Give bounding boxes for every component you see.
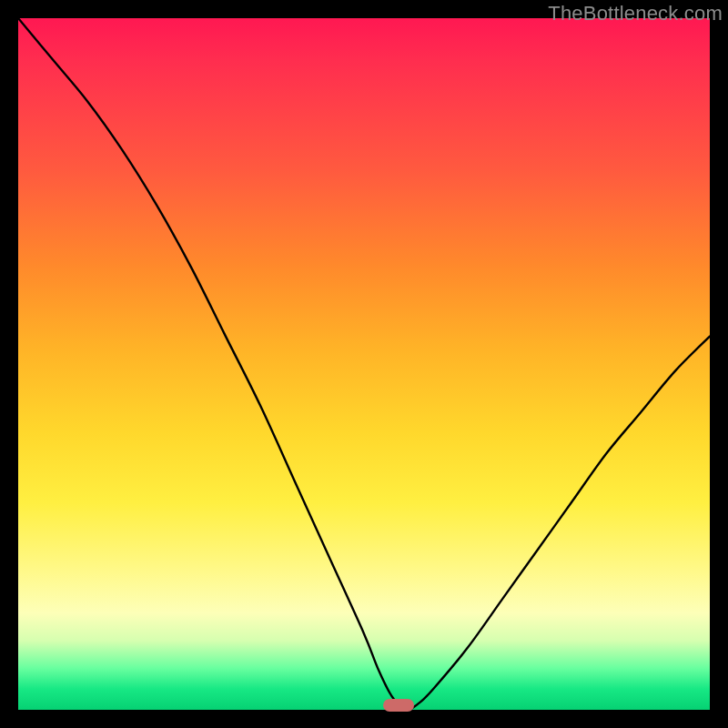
plot-area: [18, 18, 710, 710]
optimal-marker: [383, 699, 414, 712]
bottleneck-curve: [18, 18, 710, 710]
watermark-text: TheBottleneck.com: [548, 2, 723, 25]
chart-frame: TheBottleneck.com: [0, 0, 728, 728]
